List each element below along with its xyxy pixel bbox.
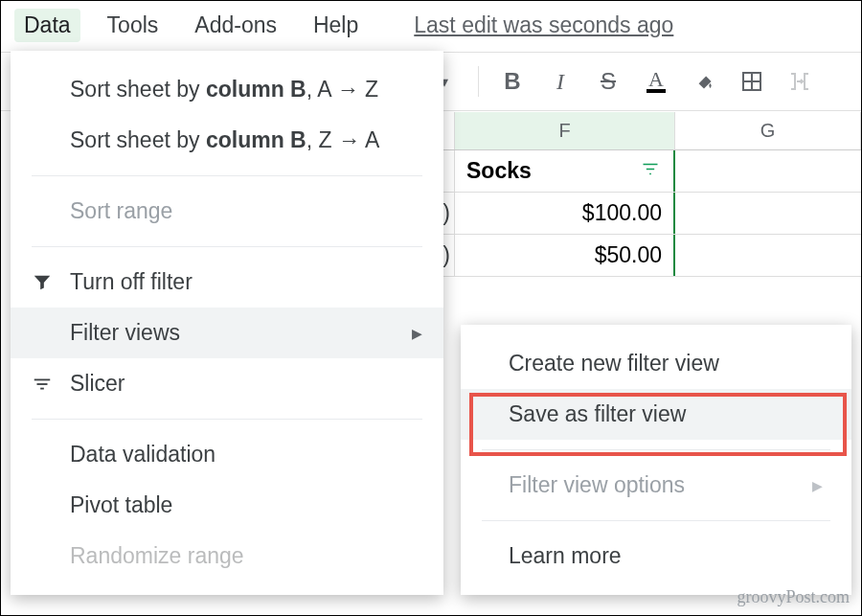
menu-separator — [32, 175, 422, 176]
menu-label: Turn off filter — [70, 269, 422, 295]
menu-label: Randomize range — [70, 543, 422, 569]
cell-f-header[interactable]: Socks — [455, 150, 675, 192]
fill-color-button[interactable] — [682, 62, 726, 101]
save-as-filter-view[interactable]: Save as filter view — [461, 389, 851, 440]
menu-label: Slicer — [70, 371, 422, 397]
menu-label: Sort range — [70, 198, 422, 224]
strikethrough-button[interactable]: S — [586, 62, 630, 101]
merge-cells-button[interactable] — [778, 62, 822, 101]
menu-label: Filter views — [70, 320, 412, 346]
funnel-icon — [32, 272, 70, 293]
sort-range: Sort range — [11, 186, 443, 237]
menu-separator — [482, 449, 830, 450]
menu-tools[interactable]: Tools — [98, 9, 169, 42]
italic-button[interactable]: I — [538, 62, 582, 101]
learn-more[interactable]: Learn more — [461, 531, 851, 582]
bold-button[interactable]: B — [490, 62, 534, 101]
data-menu-dropdown: Sort sheet by column B, A → Z Sort sheet… — [11, 51, 443, 595]
toolbar-separator — [478, 66, 479, 97]
create-new-filter-view[interactable]: Create new filter view — [461, 338, 851, 389]
column-headers-row: F G — [422, 112, 861, 150]
menu-separator — [32, 419, 422, 420]
menu-label: Sort sheet by column B, A → Z — [70, 77, 422, 103]
slicer[interactable]: Slicer — [11, 358, 443, 409]
table-row: ) $50.00 — [422, 235, 861, 277]
watermark: groovyPost.com — [737, 587, 850, 607]
filter-views[interactable]: Filter views ▶ — [11, 308, 443, 358]
header-text: Socks — [466, 158, 532, 183]
menu-label: Filter view options — [509, 472, 812, 498]
text-color-icon: A — [646, 70, 666, 93]
menu-label: Data validation — [70, 442, 422, 468]
menu-addons[interactable]: Add-ons — [185, 9, 286, 42]
merge-icon — [788, 70, 811, 93]
menu-label: Create new filter view — [509, 351, 823, 376]
header-row: Socks — [422, 150, 861, 193]
filter-views-submenu: Create new filter view Save as filter vi… — [461, 325, 851, 595]
randomize-range[interactable]: Randomize range — [11, 531, 443, 582]
filter-icon[interactable] — [641, 158, 660, 184]
sort-sheet-za[interactable]: Sort sheet by column B, Z → A — [11, 115, 443, 166]
menu-data[interactable]: Data — [14, 9, 80, 42]
cell-g[interactable] — [675, 193, 861, 234]
table-row: ) $100.00 — [422, 193, 861, 235]
menu-bar: Data Tools Add-ons Help Last edit was se… — [1, 1, 861, 52]
menu-label: Sort sheet by column B, Z → A — [70, 127, 422, 153]
last-edit-link[interactable]: Last edit was seconds ago — [414, 12, 673, 38]
borders-icon — [740, 70, 763, 93]
menu-label: Save as filter view — [509, 401, 823, 427]
column-header-g[interactable]: G — [675, 112, 861, 149]
submenu-arrow-icon: ▶ — [812, 478, 823, 493]
slicer-icon — [32, 374, 70, 395]
filter-view-options: Filter view options ▶ — [461, 460, 851, 511]
paint-bucket-icon — [692, 69, 716, 94]
cell-f[interactable]: $100.00 — [455, 193, 675, 234]
text-color-button[interactable]: A — [634, 62, 678, 101]
borders-button[interactable] — [730, 62, 774, 101]
turn-off-filter[interactable]: Turn off filter — [11, 257, 443, 308]
cell-g[interactable] — [675, 235, 861, 276]
cell-f[interactable]: $50.00 — [455, 235, 675, 276]
menu-help[interactable]: Help — [304, 9, 368, 42]
sort-sheet-az[interactable]: Sort sheet by column B, A → Z — [11, 64, 443, 115]
submenu-arrow-icon: ▶ — [412, 326, 422, 341]
menu-separator — [482, 520, 830, 521]
menu-label: Pivot table — [70, 492, 422, 518]
data-validation[interactable]: Data validation — [11, 429, 443, 480]
column-header-f[interactable]: F — [455, 112, 675, 149]
menu-separator — [32, 246, 422, 247]
menu-label: Learn more — [509, 543, 823, 569]
cell-g-header[interactable] — [675, 150, 861, 192]
pivot-table[interactable]: Pivot table — [11, 480, 443, 531]
spreadsheet-grid[interactable]: F G Socks ) $100.00 ) $50.00 — [422, 112, 861, 277]
